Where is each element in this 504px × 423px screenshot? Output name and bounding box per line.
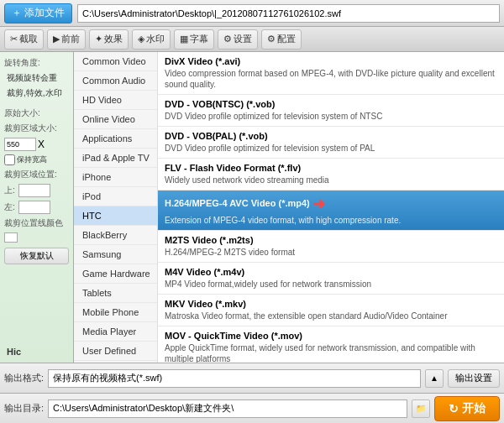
keep-ratio-checkbox[interactable] (4, 154, 15, 165)
scissors-icon: ✂ (10, 34, 18, 44)
left-label-txt: 左: (4, 201, 17, 213)
format-item-m2ts[interactable]: M2TS Video (*.m2ts)H.264/MPEG-2 M2TS vid… (158, 231, 504, 263)
format-item-desc: MP4 Video format,widely used for network… (165, 279, 497, 290)
htc-label: Hic (0, 345, 73, 358)
start-label: 开始 (462, 401, 486, 416)
category-item-hd-video[interactable]: HD Video (74, 91, 157, 110)
top-row: 上: (0, 183, 73, 198)
width-input[interactable] (4, 138, 36, 151)
settings-button[interactable]: ⚙ 设置 (218, 29, 258, 50)
top-label: 上: (4, 185, 17, 196)
category-item-ipod[interactable]: iPod (74, 187, 157, 206)
restore-default-button[interactable]: 恢复默认 (4, 248, 69, 264)
color-section-label: 裁剪位置线颜色 (0, 217, 73, 230)
category-item-ipad-apple-tv[interactable]: iPad & Apple TV (74, 149, 157, 168)
arrow-icon: ➜ (312, 196, 325, 212)
format-item-flv[interactable]: FLV - Flash Video Format (*.flv)Widely u… (158, 159, 504, 191)
rotation-info1: 视频旋转会重 (0, 71, 73, 85)
subtitle-icon: ▦ (180, 34, 188, 44)
format-item-title: DVD - VOB(PAL) (*.vob) (165, 131, 497, 141)
top-input[interactable] (18, 184, 50, 197)
crop-position-label: 裁剪区域位置: (0, 168, 73, 181)
start-button[interactable]: ↻ 开始 (434, 396, 500, 421)
format-item-title: MKV Video (*.mkv) (165, 299, 497, 309)
format-item-title: DivX Video (*.avi) (165, 56, 497, 66)
category-item-htc[interactable]: HTC (74, 206, 157, 226)
format-item-mov[interactable]: MOV - QuickTime Video (*.mov)Apple Quick… (158, 326, 504, 363)
format-item-desc: Apple QuickTime format, widely used for … (165, 342, 497, 363)
format-item-desc: Extension of MPEG-4 video format, with h… (165, 215, 497, 226)
x-label: X (38, 138, 45, 150)
browse-dir-button[interactable]: 📁 (412, 400, 430, 418)
format-item-title: FLV - Flash Video Format (*.flv) (165, 163, 497, 173)
category-item-applications[interactable]: Applications (74, 129, 157, 149)
subtitle-button[interactable]: ▦ 字幕 (174, 29, 214, 50)
format-item-title: M2TS Video (*.m2ts) (165, 235, 497, 245)
output-format-input[interactable] (48, 369, 421, 388)
watermark-button[interactable]: ◈ 水印 (132, 29, 171, 50)
rotation-info2: 裁剪,特效,水印 (0, 86, 73, 100)
format-item-title: H.264/MPEG-4 AVC Video (*.mp4) ➜ (165, 195, 497, 213)
prev-label: 前前 (61, 33, 80, 45)
color-picker[interactable] (4, 232, 18, 243)
category-item-tablets[interactable]: Tablets (74, 284, 157, 303)
left-row: 左: (0, 200, 73, 215)
clip-label: 截取 (19, 33, 38, 45)
category-item-common-video[interactable]: Common Video (74, 52, 157, 71)
add-file-button[interactable]: ＋ 添加文件 (4, 3, 72, 24)
main-area: 旋转角度: 视频旋转会重 裁剪,特效,水印 原始大小: 裁剪区域大小: X 保持… (0, 52, 504, 363)
folder-icon: 📁 (416, 404, 426, 413)
format-item-m4v[interactable]: M4V Video (*.m4v)MP4 Video format,widely… (158, 263, 504, 295)
category-item-media-player[interactable]: Media Player (74, 322, 157, 342)
format-item-desc: Widely used network video streaming medi… (165, 175, 497, 185)
format-item-divx-avi[interactable]: DivX Video (*.avi)Video compression form… (158, 52, 504, 95)
plus-icon: ＋ (12, 6, 22, 20)
color-row (0, 232, 73, 243)
category-item-online-video[interactable]: Online Video (74, 110, 157, 129)
keep-ratio-row: 保持宽高 (0, 154, 73, 166)
format-item-title: DVD - VOB(NTSC) (*.vob) (165, 99, 497, 109)
output-format-label: 输出格式: (4, 372, 44, 384)
format-item-title: MOV - QuickTime Video (*.mov) (165, 331, 497, 341)
file-path-input[interactable] (77, 4, 500, 23)
original-size-label: 原始大小: (0, 107, 73, 120)
output-dir-label: 输出目录: (4, 402, 44, 415)
category-item-game-hardware[interactable]: Game Hardware (74, 264, 157, 284)
format-item-mkv[interactable]: MKV Video (*.mkv)Matroska Video format, … (158, 295, 504, 326)
effect-icon: ✦ (95, 34, 102, 44)
category-item-recent[interactable]: Recent (74, 361, 157, 363)
effect-label: 效果 (104, 33, 123, 45)
refresh-icon: ↻ (449, 402, 459, 415)
category-item-iphone[interactable]: iPhone (74, 168, 157, 187)
config-icon: ⚙ (267, 34, 276, 44)
add-file-label: 添加文件 (24, 6, 65, 20)
category-item-mobile-phone[interactable]: Mobile Phone (74, 303, 157, 322)
config-button[interactable]: ⚙ 配置 (261, 29, 302, 50)
format-list: DivX Video (*.avi)Video compression form… (158, 52, 504, 363)
config-label: 配置 (277, 33, 296, 45)
output-dir-input[interactable] (48, 400, 407, 418)
clip-button[interactable]: ✂ 截取 (4, 29, 44, 50)
left-panel: 旋转角度: 视频旋转会重 裁剪,特效,水印 原始大小: 裁剪区域大小: X 保持… (0, 52, 74, 363)
settings-label: 设置 (234, 33, 252, 45)
category-item-common-audio[interactable]: Common Audio (74, 71, 157, 91)
format-item-dvd-ntsc[interactable]: DVD - VOB(NTSC) (*.vob)DVD Video profile… (158, 95, 504, 127)
category-list: Common VideoCommon AudioHD VideoOnline V… (74, 52, 158, 363)
effect-prev-button[interactable]: ▶ 前前 (47, 29, 86, 50)
format-item-desc: DVD Video profile optimized for televisi… (165, 111, 497, 122)
format-item-h264-mp4[interactable]: H.264/MPEG-4 AVC Video (*.mp4) ➜Extensio… (158, 191, 504, 231)
output-dir-bar: 输出目录: 📁 ↻ 开始 (0, 393, 504, 423)
left-input[interactable] (18, 201, 50, 214)
category-item-samsung[interactable]: Samsung (74, 245, 157, 264)
effect-button[interactable]: ✦ 效果 (89, 29, 129, 50)
top-toolbar: ＋ 添加文件 (0, 0, 504, 27)
watermark-icon: ◈ (138, 34, 144, 44)
output-format-dropdown-button[interactable]: ▲ (425, 369, 444, 388)
category-item-user-defined[interactable]: User Defined (74, 342, 157, 361)
format-item-dvd-pal[interactable]: DVD - VOB(PAL) (*.vob)DVD Video profile … (158, 127, 504, 159)
play-icon: ▶ (53, 34, 60, 44)
format-item-desc: H.264/MPEG-2 M2TS video format (165, 247, 497, 258)
category-item-blackberry[interactable]: BlackBerry (74, 226, 157, 245)
rotation-label: 旋转角度: (0, 56, 73, 70)
output-settings-button[interactable]: 输出设置 (448, 369, 500, 388)
